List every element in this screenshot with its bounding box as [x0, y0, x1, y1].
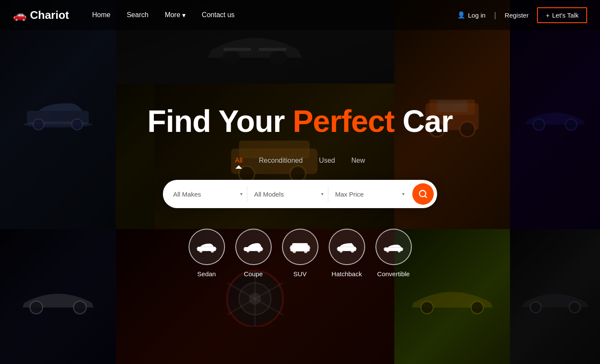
tab-new[interactable]: New: [350, 154, 367, 167]
svg-rect-42: [262, 248, 263, 250]
chevron-down-icon: ▾: [182, 11, 186, 19]
svg-rect-44: [292, 243, 308, 248]
hero-title-part2: Car: [394, 104, 453, 138]
svg-rect-53: [355, 248, 357, 249]
car-type-sedan[interactable]: Sedan: [189, 229, 225, 277]
svg-rect-57: [384, 248, 385, 250]
search-icon: [418, 189, 428, 199]
logo[interactable]: 🚗 Chariot: [13, 9, 69, 22]
hatchback-label: Hatchback: [332, 270, 362, 277]
svg-point-35: [211, 249, 214, 253]
car-type-suv[interactable]: SUV: [282, 229, 318, 277]
svg-point-45: [293, 249, 296, 253]
hero-title-part1: Find Your: [147, 104, 293, 138]
hatchback-circle: [329, 229, 365, 265]
suv-circle: [282, 229, 318, 265]
nav-home[interactable]: Home: [86, 8, 117, 22]
search-tabs: All Reconditioned Used New: [233, 154, 366, 167]
nav-contact[interactable]: Contact us: [196, 8, 240, 22]
hero-title: Find Your Perfect Car: [147, 104, 453, 139]
search-bar: All Makes ▾ All Models ▾ Max Price ▾: [163, 180, 437, 208]
models-select-wrapper: All Models ▾: [247, 186, 328, 202]
sedan-circle: [189, 229, 225, 265]
svg-rect-52: [337, 248, 338, 249]
makes-select[interactable]: All Makes: [166, 186, 247, 202]
nav-more[interactable]: More ▾: [159, 8, 191, 23]
svg-rect-58: [402, 248, 403, 250]
svg-rect-36: [197, 248, 198, 249]
nav-links: Home Search More ▾ Contact us: [86, 8, 453, 23]
convertible-icon: [383, 241, 404, 253]
car-type-convertible[interactable]: Convertible: [375, 229, 412, 277]
sedan-icon: [196, 241, 217, 253]
svg-line-32: [425, 196, 426, 197]
tab-used[interactable]: Used: [317, 154, 336, 167]
coupe-circle: [235, 229, 272, 265]
svg-point-51: [351, 249, 354, 253]
navbar: 🚗 Chariot Home Search More ▾ Contact us …: [0, 0, 600, 30]
plus-icon: +: [546, 12, 549, 19]
tab-all[interactable]: All: [233, 154, 244, 167]
search-button[interactable]: [412, 183, 434, 205]
suv-label: SUV: [294, 270, 307, 277]
svg-point-34: [199, 249, 203, 253]
makes-select-wrapper: All Makes ▾: [166, 186, 247, 202]
user-icon: 👤: [457, 11, 465, 19]
svg-rect-48: [309, 247, 310, 249]
register-button[interactable]: Register: [501, 12, 533, 19]
car-types: Sedan Coupe: [189, 229, 412, 277]
coupe-label: Coupe: [244, 270, 263, 277]
convertible-circle: [375, 229, 412, 265]
car-type-hatchback[interactable]: Hatchback: [329, 229, 365, 277]
main-content: Find Your Perfect Car All Reconditioned …: [0, 0, 600, 364]
sedan-label: Sedan: [197, 270, 216, 277]
hatchback-icon: [336, 241, 357, 253]
models-select[interactable]: All Models: [247, 186, 328, 202]
svg-rect-37: [215, 248, 216, 249]
car-type-coupe[interactable]: Coupe: [235, 229, 272, 277]
svg-point-46: [304, 249, 307, 253]
lets-talk-button[interactable]: + Let's Talk: [537, 7, 587, 23]
svg-point-50: [339, 249, 343, 253]
svg-rect-47: [290, 247, 291, 249]
suv-icon: [289, 241, 311, 253]
coupe-icon: [243, 241, 264, 253]
svg-point-39: [246, 249, 249, 252]
convertible-label: Convertible: [377, 270, 410, 277]
svg-point-40: [258, 249, 261, 252]
svg-point-56: [398, 249, 401, 252]
logo-icon: 🚗: [13, 9, 27, 22]
price-select-wrapper: Max Price ▾: [328, 186, 409, 202]
price-select[interactable]: Max Price: [328, 186, 409, 202]
nav-divider: |: [494, 11, 496, 20]
nav-search[interactable]: Search: [121, 8, 155, 22]
nav-right: 👤 Log in | Register + Let's Talk: [453, 7, 587, 23]
login-button[interactable]: 👤 Log in: [453, 11, 490, 19]
logo-text: Chariot: [30, 9, 69, 22]
tab-reconditioned[interactable]: Reconditioned: [257, 154, 304, 167]
hero-title-accent: Perfect: [293, 104, 394, 138]
svg-point-55: [386, 249, 389, 252]
svg-rect-41: [243, 248, 245, 250]
